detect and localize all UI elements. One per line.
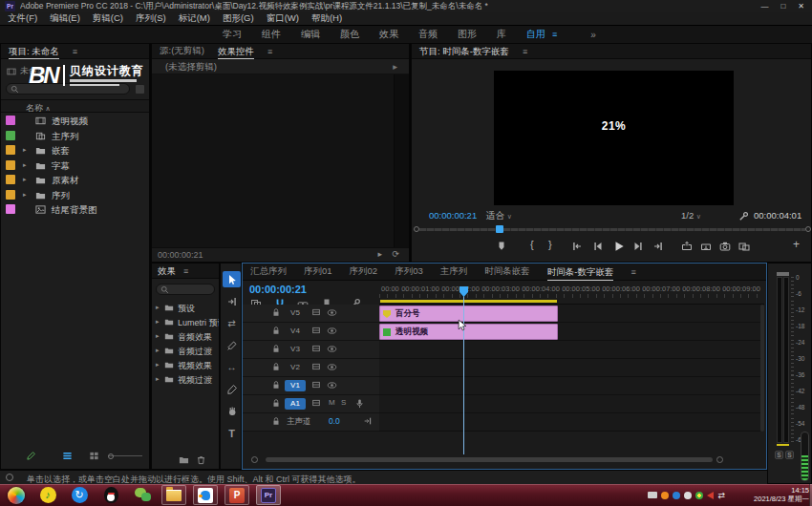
track-header-v3[interactable]: V3 bbox=[243, 341, 379, 359]
mark-in-button[interactable]: { bbox=[530, 239, 534, 250]
ime-icon[interactable] bbox=[648, 492, 657, 498]
zoom-level-dropdown[interactable]: 适合 ∨ bbox=[486, 210, 512, 222]
sync-lock-icon[interactable] bbox=[311, 380, 321, 390]
tray-app-icon-orange[interactable] bbox=[661, 492, 669, 499]
track-lane-v4[interactable]: 透明视频 bbox=[379, 323, 760, 341]
track-header-a1[interactable]: A1 M S bbox=[243, 395, 379, 413]
program-video-frame[interactable]: 21% bbox=[494, 71, 734, 205]
lock-icon[interactable] bbox=[271, 307, 281, 317]
timeline-ruler[interactable]: 00:00 00:00:01:00 00:00:02:00 00:00:03:0… bbox=[379, 281, 764, 305]
export-frame-icon[interactable] bbox=[719, 241, 731, 252]
search-filter-icon[interactable] bbox=[136, 85, 144, 94]
step-back-icon[interactable] bbox=[592, 241, 604, 252]
track-header-master[interactable]: 主声道 0.0 bbox=[243, 413, 379, 432]
effects-group-video-effects[interactable]: ▸视频效果 bbox=[152, 358, 219, 372]
project-search-input[interactable] bbox=[6, 83, 130, 95]
timeline-timecode[interactable]: 00:00:00:21 bbox=[249, 284, 307, 295]
master-level-value[interactable]: 0.0 bbox=[329, 416, 340, 426]
project-item-bin-subtitles[interactable]: ▸ 字幕 bbox=[1, 158, 149, 173]
workspace-tab-libraries[interactable]: 库 bbox=[497, 28, 506, 41]
timeline-tab-sequence-01[interactable]: 序列01 bbox=[304, 265, 332, 278]
icon-view-icon[interactable] bbox=[89, 451, 99, 461]
play-around-icon[interactable]: ▸ bbox=[377, 249, 382, 259]
track-output-eye-icon[interactable] bbox=[327, 380, 337, 390]
taskbar-file-explorer[interactable] bbox=[161, 485, 186, 505]
effects-search-input[interactable] bbox=[156, 284, 215, 295]
taskbar-duck-app[interactable] bbox=[193, 485, 218, 505]
tray-app-icon-blue[interactable] bbox=[673, 492, 680, 499]
workspace-tab-editing[interactable]: 编辑 bbox=[301, 28, 320, 41]
v-scrollbar[interactable] bbox=[760, 305, 764, 432]
hand-tool[interactable] bbox=[223, 403, 241, 419]
voiceover-mic-icon[interactable] bbox=[354, 398, 365, 409]
solo-button[interactable]: S bbox=[341, 398, 346, 407]
effects-group-presets[interactable]: ▸预设 bbox=[152, 301, 219, 315]
new-custom-bin-icon[interactable] bbox=[179, 454, 189, 465]
list-view-icon[interactable] bbox=[62, 451, 73, 461]
label-color-chip[interactable] bbox=[6, 204, 15, 214]
menu-markers[interactable]: 标记(M) bbox=[179, 12, 210, 25]
project-panel-tab[interactable]: 项目: 未命名 bbox=[9, 44, 59, 59]
play-icon[interactable] bbox=[612, 240, 626, 253]
effects-group-video-transitions[interactable]: ▸视频过渡 bbox=[152, 372, 219, 387]
ripple-edit-tool[interactable]: ⇄ bbox=[223, 315, 241, 331]
label-color-chip[interactable] bbox=[6, 116, 15, 125]
mute-button[interactable]: M bbox=[329, 398, 335, 407]
slip-tool[interactable]: ↔ bbox=[223, 359, 241, 375]
track-header-v5[interactable]: V5 bbox=[243, 305, 379, 323]
minimize-button[interactable]: — bbox=[760, 2, 768, 11]
timeline-tab-main-sequence[interactable]: 主序列 bbox=[440, 265, 468, 278]
scrub-end-handle[interactable] bbox=[805, 226, 811, 232]
sync-lock-icon[interactable] bbox=[311, 398, 321, 408]
timeline-tab-timebar-nested[interactable]: 时间条嵌套 bbox=[484, 265, 530, 278]
type-tool[interactable]: T bbox=[223, 425, 241, 441]
workspace-menu-icon[interactable]: ≡ bbox=[552, 30, 557, 39]
source-monitor-tab[interactable]: 源:(无剪辑) bbox=[160, 45, 204, 57]
settings-wrench-icon[interactable] bbox=[738, 211, 749, 221]
start-button[interactable] bbox=[4, 485, 29, 505]
menu-window[interactable]: 窗口(W) bbox=[267, 12, 299, 25]
close-button[interactable]: ✕ bbox=[798, 2, 804, 11]
zoom-slider-handle[interactable] bbox=[108, 453, 114, 459]
workspace-tab-learning[interactable]: 学习 bbox=[223, 28, 242, 41]
timeline-tab-timebar-digit-nested[interactable]: 时间条-数字嵌套 bbox=[547, 264, 614, 281]
add-marker-icon[interactable] bbox=[496, 241, 507, 252]
track-output-eye-icon[interactable] bbox=[327, 362, 337, 372]
project-item-main-sequence[interactable]: 主序列 bbox=[1, 129, 149, 143]
taskbar-qq[interactable] bbox=[98, 485, 123, 505]
track-select-tool[interactable] bbox=[223, 293, 241, 309]
track-output-eye-icon[interactable] bbox=[327, 326, 337, 336]
project-item-bin-nested[interactable]: ▸ 嵌套 bbox=[1, 143, 149, 158]
disclosure-icon[interactable]: ▸ bbox=[23, 161, 27, 169]
project-item-bin-sequences[interactable]: ▸ 序列 bbox=[1, 188, 149, 202]
workspace-tab-color[interactable]: 颜色 bbox=[340, 28, 359, 41]
effects-panel-tab[interactable]: 效果 bbox=[158, 264, 176, 279]
h-scrollbar-right-handle[interactable] bbox=[716, 456, 723, 463]
effects-group-audio-transitions[interactable]: ▸音频过渡 bbox=[152, 344, 219, 358]
track-lane-v2[interactable] bbox=[379, 359, 760, 377]
go-to-in-icon[interactable] bbox=[571, 241, 583, 252]
lock-icon[interactable] bbox=[271, 398, 281, 408]
workspace-overflow-icon[interactable]: » bbox=[590, 30, 596, 40]
workspace-tab-assembly[interactable]: 组件 bbox=[262, 28, 281, 41]
workspace-tab-audio[interactable]: 音频 bbox=[418, 28, 438, 41]
program-monitor-menu-icon[interactable]: ≡ bbox=[523, 47, 527, 56]
track-lane-v5[interactable]: 百分号 bbox=[379, 305, 760, 323]
sync-lock-icon[interactable] bbox=[311, 307, 321, 317]
taskbar-browser[interactable]: ↻ bbox=[67, 485, 92, 505]
scrub-start-handle[interactable] bbox=[414, 226, 419, 232]
label-color-chip[interactable] bbox=[6, 131, 15, 140]
solo-right-button[interactable]: S bbox=[785, 451, 794, 459]
volume-icon[interactable] bbox=[729, 490, 739, 500]
taskbar-wechat[interactable] bbox=[130, 485, 155, 505]
maximize-button[interactable]: □ bbox=[780, 2, 785, 11]
project-item-end-background[interactable]: 结尾背景图 bbox=[1, 202, 149, 217]
lock-icon[interactable] bbox=[271, 344, 281, 353]
menu-file[interactable]: 文件(F) bbox=[8, 12, 37, 25]
playback-resolution-dropdown[interactable]: 1/2 ∨ bbox=[681, 210, 701, 221]
track-lane-master[interactable] bbox=[379, 413, 760, 432]
track-header-v4[interactable]: V4 bbox=[243, 323, 379, 341]
program-timecode[interactable]: 00:00:00:21 bbox=[429, 210, 477, 221]
label-color-chip[interactable] bbox=[6, 190, 15, 200]
workspace-tab-custom[interactable]: 自用 bbox=[526, 28, 545, 41]
